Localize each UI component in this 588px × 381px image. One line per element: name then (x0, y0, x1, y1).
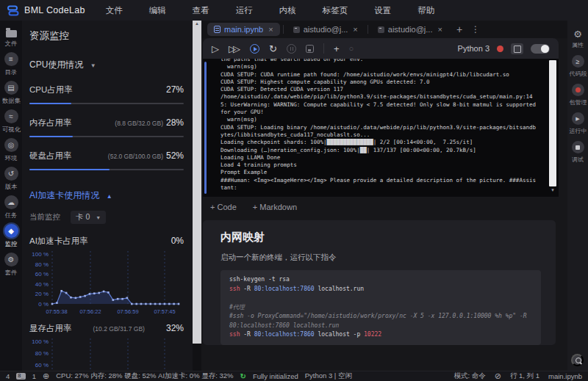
run-cell-button[interactable]: ▷ (212, 44, 219, 54)
meter-percent: 27% (166, 84, 184, 95)
meter-label: CPU占用率 (29, 84, 73, 95)
mode-indicator[interactable]: 模式: 命令 (453, 371, 485, 381)
chart-icon: ≈ (4, 109, 18, 123)
cursor-position[interactable]: 行 1, 列 1 (510, 371, 539, 381)
right-rail-item-debug[interactable]: 调试 (571, 141, 584, 164)
add-markdown-cell-button[interactable]: + Markdown (253, 203, 297, 211)
panel-scrollbar[interactable]: ▲ (193, 21, 201, 344)
sync-icon: ↻ (240, 372, 246, 380)
search-fab[interactable] (571, 354, 584, 366)
close-icon[interactable]: × (353, 25, 357, 34)
svg-text:60 %: 60 % (35, 271, 49, 277)
menu-item-5[interactable]: 标签页 (309, 5, 362, 16)
kernel-name[interactable]: Python 3 (458, 44, 490, 53)
dataset-icon: ▤ (4, 81, 18, 95)
right-rail-item-running[interactable]: ▶运行中 (568, 112, 588, 136)
menu-item-6[interactable]: 设置 (361, 5, 404, 16)
package-icon (572, 84, 584, 96)
output-scrollbar[interactable]: ▼ (549, 60, 556, 186)
tab-mainipynb[interactable]: main.ipynb× (207, 23, 280, 36)
gpu-util-percent: 0% (171, 236, 184, 246)
sidebar-item-toc[interactable]: ≡目录 (0, 52, 22, 77)
kernel-status[interactable]: Python 3 | 空闲 (305, 371, 352, 381)
folder-icon (6, 30, 17, 37)
new-tab-button[interactable]: + (456, 23, 462, 35)
sidebar-item-environment[interactable]: ◎环境 (0, 138, 22, 163)
chevron-down-icon: ▼ (90, 62, 96, 69)
terminal-icon (293, 26, 300, 33)
add-cell-button[interactable]: + (334, 44, 340, 54)
sidebar-item-version[interactable]: ↺版本 (0, 167, 22, 192)
scroll-up-arrow-icon[interactable]: ▲ (193, 21, 201, 26)
sidebar-item-tasks[interactable]: ☁任务 (0, 195, 22, 220)
svg-text:80 %: 80 % (35, 261, 49, 268)
menu-item-0[interactable]: 文件 (93, 5, 136, 16)
cell-actions: + Code + Markdown (210, 203, 297, 211)
sidebar-item-label: 数据集 (2, 97, 21, 106)
menu-item-1[interactable]: 编辑 (136, 5, 179, 16)
sidebar-item-suite[interactable]: ⚙套件 (0, 253, 22, 277)
run-all-button[interactable]: ▷▷ (229, 44, 240, 54)
tab-separator (283, 25, 284, 34)
meter-bar (29, 103, 184, 104)
editor-tabbar: main.ipynb×aistudio@j...×aistudio@j...×+… (201, 21, 567, 38)
notifications-off-icon[interactable]: ⊘ (495, 371, 501, 381)
tab-more-menu[interactable]: ⋮ (471, 24, 480, 35)
ai-section-header[interactable]: AI加速卡使用情况 ▲ (29, 189, 184, 202)
scroll-down-arrow-icon[interactable]: ▼ (551, 188, 555, 192)
sidebar-item-monitor[interactable]: ◆监控 (0, 224, 22, 249)
sidebar-item-files[interactable]: 文件 (0, 26, 22, 48)
right-rail-item-packages[interactable]: 包管理 (568, 84, 588, 107)
menu-item-7[interactable]: 帮助 (404, 5, 448, 16)
panel-title: 资源监控 (29, 29, 184, 43)
status-count-a[interactable]: 4 (6, 372, 10, 380)
target-icon[interactable]: ⊕ (43, 371, 49, 381)
close-icon[interactable]: × (268, 25, 273, 34)
chevron-down-icon: ▼ (96, 215, 101, 220)
cell-outline-button[interactable] (511, 43, 523, 54)
markdown-cell[interactable]: 内网映射 启动一个新的终端，运行以下指令 ssh-keygen -t rsass… (203, 220, 556, 345)
gpu-util-chart: 100 %80 %60 %40 %20 %0 %07:55:3807:56:22… (29, 248, 184, 319)
kernel-busy-indicator (497, 46, 503, 52)
svg-text:60 %: 60 % (35, 362, 49, 369)
add-code-cell-button[interactable]: + Code (210, 203, 237, 211)
sidebar-item-visualization[interactable]: ≈可视化 (0, 109, 22, 134)
tab-aistudioj[interactable]: aistudio@j...× (371, 23, 449, 36)
tab-aistudioj[interactable]: aistudio@j...× (287, 23, 365, 36)
sidebar-item-label: 任务 (5, 211, 18, 220)
save-cell-button[interactable] (306, 45, 314, 53)
restart-kernel-button[interactable]: ↻ (269, 44, 277, 54)
cpu-section-header[interactable]: CPU使用情况 ▼ (29, 59, 184, 71)
cpu-section-label: CPU使用情况 (29, 59, 83, 70)
svg-text:20 %: 20 % (35, 291, 49, 297)
right-rail-item-properties[interactable]: ⚙属性 (571, 29, 584, 50)
left-activity-rail: 文件≡目录▤数据集≈可视化◎环境↺版本☁任务◆监控⚙套件 (0, 21, 22, 371)
menu-item-3[interactable]: 运行 (223, 5, 266, 16)
toolbar-toggle[interactable] (531, 44, 550, 54)
sidebar-item-dataset[interactable]: ▤数据集 (0, 81, 22, 106)
status-count-b[interactable]: 1 (32, 372, 36, 380)
tab-label: main.ipynb (224, 25, 263, 34)
gpu-mem-detail: (10.2 GB/31.7 GB) (93, 325, 145, 333)
sidebar-item-label: 文件 (5, 40, 18, 48)
code-snippet-icon: ≥ (572, 55, 584, 68)
interrupt-kernel-button[interactable] (287, 44, 296, 54)
close-icon[interactable]: × (437, 25, 442, 34)
menu-item-4[interactable]: 内核 (266, 5, 309, 16)
card-select[interactable]: 卡 0 ▼ (71, 211, 106, 224)
terminal-output: the paths that we search based on your e… (203, 59, 559, 192)
run-advance-button[interactable] (250, 44, 259, 54)
code-line (229, 294, 532, 303)
menu-item-2[interactable]: 查看 (179, 5, 223, 16)
right-rail-item-snippets[interactable]: ≥代码段 (568, 55, 588, 79)
terminal-badge-icon[interactable]: 8_ (16, 373, 25, 380)
meter-label: 硬盘占用率 (29, 150, 72, 162)
notebook-icon (214, 26, 220, 33)
chevron-up-icon: ▲ (107, 193, 112, 200)
svg-text:07:56:59: 07:56:59 (117, 308, 138, 315)
sidebar-item-label: 版本 (5, 183, 18, 192)
meter-2: 硬盘占用率(52.0 GB/100.0 GB)52% (29, 150, 184, 170)
cell-collapser[interactable] (204, 62, 207, 194)
sidebar-item-label: 目录 (5, 68, 18, 77)
app-logo[interactable]: BML CodeLab (0, 4, 93, 17)
